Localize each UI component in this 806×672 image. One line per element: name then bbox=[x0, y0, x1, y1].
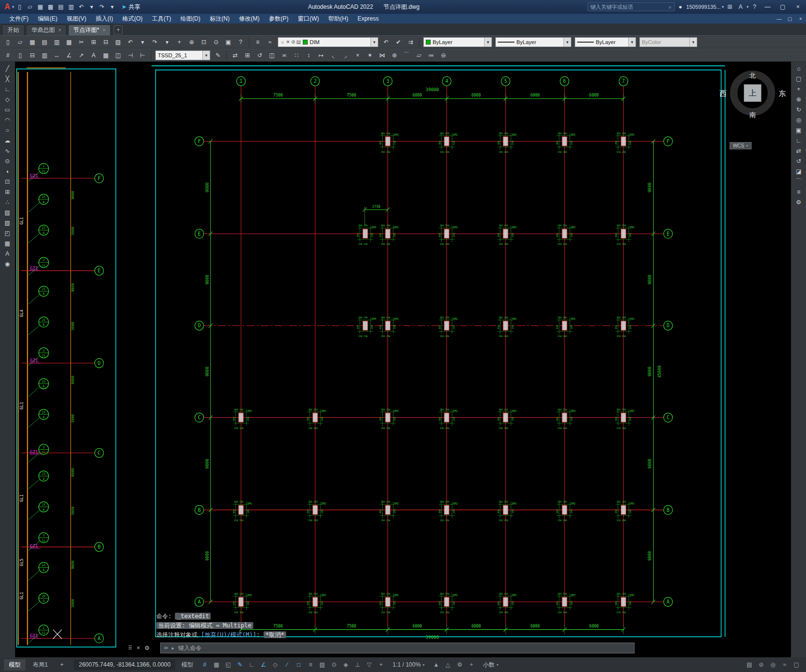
chamfer-icon[interactable]: ◞ bbox=[340, 50, 351, 61]
save-as-icon[interactable]: ▩ bbox=[46, 3, 55, 10]
publish-icon[interactable]: ▩ bbox=[63, 37, 75, 48]
array-icon[interactable]: ∷ bbox=[291, 50, 302, 61]
open-icon[interactable]: ▱ bbox=[14, 37, 26, 48]
layer-states-icon[interactable]: ≈ bbox=[264, 37, 276, 48]
keyboard-icon[interactable]: ⌨ bbox=[164, 645, 168, 651]
arc-icon[interactable]: ◠ bbox=[1, 115, 14, 125]
plot-preview-icon[interactable]: ▥ bbox=[51, 37, 63, 48]
chevron-down-icon[interactable]: ▾ bbox=[484, 38, 491, 47]
plot-icon[interactable]: ▤ bbox=[56, 3, 66, 10]
drawing-close-button[interactable]: × bbox=[795, 16, 806, 22]
plot-preview-icon[interactable]: ▥ bbox=[66, 3, 76, 10]
zoom-window-icon[interactable]: ⊡ bbox=[198, 37, 210, 48]
chevron-down-icon[interactable]: ▾ bbox=[563, 38, 571, 47]
tssd-wall-icon[interactable]: ▥ bbox=[39, 50, 50, 61]
chevron-down-icon[interactable]: ▾ bbox=[628, 38, 635, 47]
file-tab-2[interactable]: 节点详图*× bbox=[68, 24, 111, 35]
selection-cycling-icon[interactable]: ⊙ bbox=[328, 659, 340, 670]
file-tab-0[interactable]: 开始 bbox=[2, 24, 24, 35]
tssd-beam-icon[interactable]: ⊟ bbox=[26, 50, 38, 61]
tssd-style-dropdown[interactable]: TSSD_25_1 ▾ bbox=[155, 50, 210, 60]
redo-icon[interactable]: ↷ bbox=[149, 37, 161, 48]
grid-display-icon[interactable]: # bbox=[199, 659, 210, 670]
copy-icon[interactable]: ⊞ bbox=[88, 37, 99, 48]
gizmo-icon[interactable]: + bbox=[375, 659, 387, 670]
redo-icon[interactable]: ↷ bbox=[97, 3, 107, 10]
lineweight-dropdown[interactable]: ByLayer ▾ bbox=[575, 37, 636, 47]
3d-object-snap-icon[interactable]: ◈ bbox=[340, 659, 351, 670]
properties-icon[interactable]: ▣ bbox=[222, 37, 234, 48]
viewcube[interactable]: 北 南 西 东 上 bbox=[727, 68, 778, 119]
snap-mode-icon[interactable]: ▦ bbox=[211, 659, 222, 670]
app-menu-caret-icon[interactable]: ▾ bbox=[12, 4, 15, 9]
graphics-performance-icon[interactable]: ≈ bbox=[779, 659, 790, 670]
move-icon[interactable]: ⇄ bbox=[229, 50, 241, 61]
dynamic-ucs-icon[interactable]: ⊥ bbox=[352, 659, 363, 670]
viewcube-south[interactable]: 南 bbox=[727, 111, 778, 120]
menu-item-8[interactable]: 修改(M) bbox=[235, 15, 264, 23]
navbar-fullscreen-icon[interactable]: ▢ bbox=[792, 73, 806, 84]
layer-dropdown[interactable]: ☼☀⊘▤ DIM ▾ bbox=[278, 37, 378, 47]
workspace-switching-icon[interactable]: ⚙ bbox=[454, 659, 465, 670]
steering-wheel-icon[interactable]: ◎ bbox=[792, 115, 806, 125]
ellipse-icon[interactable]: ⊙ bbox=[1, 156, 14, 166]
layer-freeze-icon[interactable]: ☀ bbox=[286, 39, 290, 45]
autoscale-icon[interactable]: △ bbox=[442, 659, 454, 670]
object-snap-icon[interactable]: □ bbox=[293, 659, 304, 670]
measure-icon[interactable]: ⌒ bbox=[401, 50, 413, 61]
drawing-minimize-button[interactable]: — bbox=[774, 16, 784, 22]
viewcube-west[interactable]: 西 bbox=[719, 89, 727, 98]
menu-item-3[interactable]: 插入(I) bbox=[91, 15, 117, 23]
menu-item-6[interactable]: 绘图(D) bbox=[176, 15, 205, 23]
autodesk-app-icon[interactable]: A bbox=[735, 3, 745, 10]
save-icon[interactable]: ▦ bbox=[35, 3, 45, 10]
menu-item-2[interactable]: 视图(V) bbox=[62, 15, 91, 23]
layout1-tab[interactable]: 布局1 bbox=[28, 659, 53, 671]
menu-item-1[interactable]: 编辑(E) bbox=[33, 15, 62, 23]
drawing-canvas[interactable]: 1234567FFEEDDCCBBAA750075006000600060006… bbox=[15, 62, 791, 657]
plot-style-dropdown[interactable]: ByColor ▾ bbox=[639, 37, 697, 47]
new-file-icon[interactable]: ▯ bbox=[15, 3, 24, 10]
undo-dropdown-icon[interactable]: ▾ bbox=[87, 3, 97, 10]
erase-icon[interactable]: × bbox=[352, 50, 364, 61]
search-icon[interactable]: ⌕ bbox=[668, 4, 671, 10]
revision-cloud-icon[interactable]: ☁ bbox=[1, 135, 14, 145]
leader-icon[interactable]: ↗ bbox=[75, 50, 87, 61]
undo-dropdown-icon[interactable]: ▾ bbox=[137, 37, 148, 48]
drawing-restore-button[interactable]: ▢ bbox=[784, 16, 795, 22]
menu-item-0[interactable]: 文件(F) bbox=[5, 15, 33, 23]
orbit-icon[interactable]: ↻ bbox=[792, 104, 806, 115]
viewcube-home-icon[interactable]: ⌂ bbox=[792, 63, 806, 73]
zoom-realtime-icon[interactable]: ⊕ bbox=[186, 37, 197, 48]
undo-icon[interactable]: ↶ bbox=[76, 3, 86, 10]
new-drawing-tab-button[interactable]: + bbox=[114, 25, 122, 34]
viewcube-east[interactable]: 东 bbox=[779, 89, 786, 98]
share-button[interactable]: ➤ 共享 bbox=[122, 3, 140, 11]
make-object-layer-current-icon[interactable]: ✔ bbox=[392, 37, 404, 48]
group-icon[interactable]: ⊛ bbox=[389, 50, 400, 61]
cmd-grip-icon[interactable]: ⠿ bbox=[128, 645, 132, 651]
scale-icon[interactable]: ↕ bbox=[303, 50, 315, 61]
break-line-icon[interactable]: ◫ bbox=[112, 50, 124, 61]
construction-line-icon[interactable]: ╳ bbox=[1, 73, 14, 84]
trim-icon[interactable]: ⊣ bbox=[124, 50, 136, 61]
menu-item-5[interactable]: 工具(T) bbox=[147, 15, 175, 23]
layer-plot-icon[interactable]: ▤ bbox=[296, 39, 301, 45]
layer-lock-icon[interactable]: ⊘ bbox=[291, 39, 295, 45]
menu-item-9[interactable]: 参数(P) bbox=[265, 15, 293, 23]
close-tab-icon[interactable]: × bbox=[103, 27, 106, 33]
move-gizmo-icon[interactable]: ⇄ bbox=[792, 145, 806, 156]
layer-previous-icon[interactable]: ↶ bbox=[380, 37, 392, 48]
object-snap-tracking-icon[interactable]: ∕ bbox=[281, 659, 293, 670]
table-cell-icon[interactable]: ▦ bbox=[100, 50, 112, 61]
model-space-tab[interactable]: 模型 bbox=[4, 659, 25, 671]
polygon-icon[interactable]: ◇ bbox=[1, 94, 14, 104]
ortho-mode-icon[interactable]: ∟ bbox=[246, 659, 257, 670]
menu-item-4[interactable]: 格式(O) bbox=[118, 15, 147, 23]
cmd-settings-icon[interactable]: ⚙ bbox=[145, 645, 150, 651]
quick-properties-icon[interactable]: ▤ bbox=[744, 659, 755, 670]
stretch-icon[interactable]: ↦ bbox=[315, 50, 327, 61]
text-style-icon[interactable]: A bbox=[88, 50, 99, 61]
extend-icon[interactable]: ⊢ bbox=[137, 50, 148, 61]
lineweight-display-icon[interactable]: ≡ bbox=[305, 659, 316, 670]
